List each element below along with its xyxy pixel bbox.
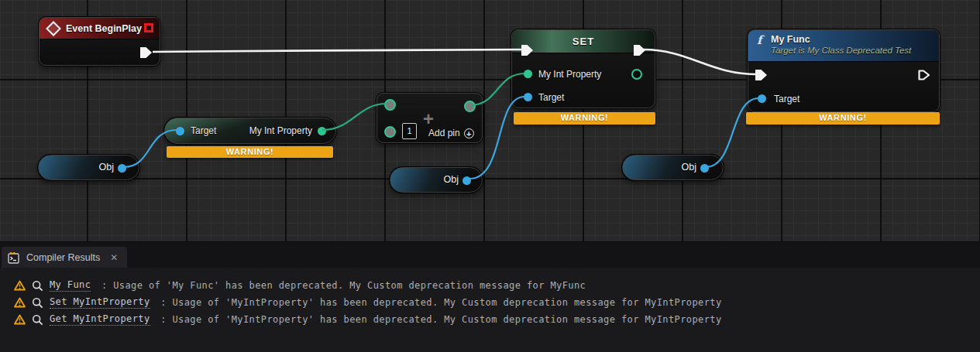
warning-icon [14, 297, 26, 308]
compiler-message-row: My Func : Usage of 'My Func' has been de… [14, 278, 586, 293]
add-operator-icon: + [423, 112, 434, 126]
node-link[interactable]: Get MyIntProperty [50, 313, 150, 326]
search-icon[interactable] [32, 280, 43, 292]
set-node-header: SET [512, 30, 655, 53]
warning-icon [14, 314, 26, 325]
compiler-results-icon [8, 251, 19, 264]
add-pin-button[interactable]: Add pin + [428, 128, 474, 138]
default-value-field[interactable]: 1 [402, 123, 417, 139]
node-event-beginplay[interactable]: Event BeginPlay [39, 17, 160, 66]
target-pin-label: Target [191, 125, 216, 136]
circle-plus-icon: + [464, 128, 474, 138]
exec-wire-set-to-myfunc [643, 50, 758, 74]
node-title: SET [573, 36, 594, 47]
variable-label: Obj [444, 174, 459, 185]
search-icon[interactable] [32, 314, 43, 326]
event-node-header: Event BeginPlay [40, 18, 160, 39]
target-pin-label: Target [538, 92, 564, 103]
obj-out-pin[interactable] [118, 164, 126, 173]
exec-out-pin[interactable] [140, 47, 152, 58]
red-square-icon [144, 23, 153, 32]
function-node-header: f My Func Target is My Class Deprecated … [748, 30, 939, 62]
blueprint-editor: Event BeginPlay Target My Int Property W… [0, 0, 980, 352]
compiler-results-log: My Func : Usage of 'My Func' has been de… [0, 268, 980, 352]
node-add[interactable]: 1 + Add pin + [377, 93, 483, 143]
node-obj-variable-left[interactable]: Obj [38, 155, 139, 180]
node-get-my-int-property[interactable]: Target My Int Property [164, 118, 336, 144]
node-subtitle: Target is My Class Deprecated Test [771, 46, 911, 55]
target-in-pin[interactable] [758, 94, 766, 103]
exec-out-pin[interactable] [918, 70, 930, 80]
warning-banner: WARNING! [746, 112, 940, 125]
close-icon[interactable]: ✕ [110, 252, 118, 263]
bottom-panel-tab-strip: Compiler Results ✕ [0, 241, 980, 268]
output-pin-label: My Int Property [249, 125, 312, 136]
compiler-message-row: Set MyIntProperty : Usage of 'MyIntPrope… [14, 295, 722, 310]
node-title: Event BeginPlay [66, 23, 142, 34]
tab-compiler-results[interactable]: Compiler Results ✕ [2, 247, 127, 268]
function-icon: f [757, 33, 762, 47]
warning-icon [14, 280, 26, 291]
target-in-pin[interactable] [176, 127, 184, 135]
event-icon [46, 21, 61, 36]
prop-in-pin[interactable] [524, 70, 532, 78]
tab-label: Compiler Results [26, 252, 100, 263]
message-text: : Usage of 'My Func' has been deprecated… [95, 280, 586, 291]
prop-pin-label: My Int Property [538, 69, 601, 80]
message-text: : Usage of 'MyIntProperty' has been depr… [155, 297, 722, 308]
message-text: : Usage of 'MyIntProperty' has been depr… [155, 314, 722, 325]
compiler-message-row: Get MyIntProperty : Usage of 'MyIntPrope… [14, 312, 722, 327]
exec-wire-beginplay-to-set [153, 50, 524, 52]
node-obj-variable-middle[interactable]: Obj [390, 167, 483, 193]
prop-out-pin[interactable] [631, 69, 642, 80]
value-out-pin[interactable] [318, 127, 326, 135]
blueprint-graph-canvas[interactable]: Event BeginPlay Target My Int Property W… [0, 0, 980, 241]
node-link[interactable]: My Func [50, 279, 91, 292]
obj-out-pin[interactable] [700, 164, 709, 173]
warning-banner: WARNING! [514, 112, 655, 125]
target-pin-label: Target [774, 94, 799, 104]
target-in-pin[interactable] [524, 93, 532, 101]
node-title: My Func [771, 34, 810, 45]
node-link[interactable]: Set MyIntProperty [50, 296, 150, 309]
variable-label: Obj [99, 162, 114, 173]
search-icon[interactable] [32, 297, 43, 309]
node-my-func[interactable]: f My Func Target is My Class Deprecated … [748, 29, 940, 112]
add-input-a-pin[interactable] [384, 99, 396, 111]
exec-in-pin[interactable] [755, 70, 767, 80]
node-set-my-int-property[interactable]: SET My Int Property Target [511, 29, 655, 108]
variable-label: Obj [682, 162, 696, 173]
warning-banner: WARNING! [167, 146, 333, 158]
add-input-b-pin[interactable] [384, 126, 396, 138]
add-pin-label: Add pin [428, 128, 460, 138]
node-obj-variable-right[interactable]: Obj [622, 155, 724, 180]
obj-out-pin[interactable] [462, 176, 471, 185]
add-output-pin[interactable] [464, 101, 476, 112]
